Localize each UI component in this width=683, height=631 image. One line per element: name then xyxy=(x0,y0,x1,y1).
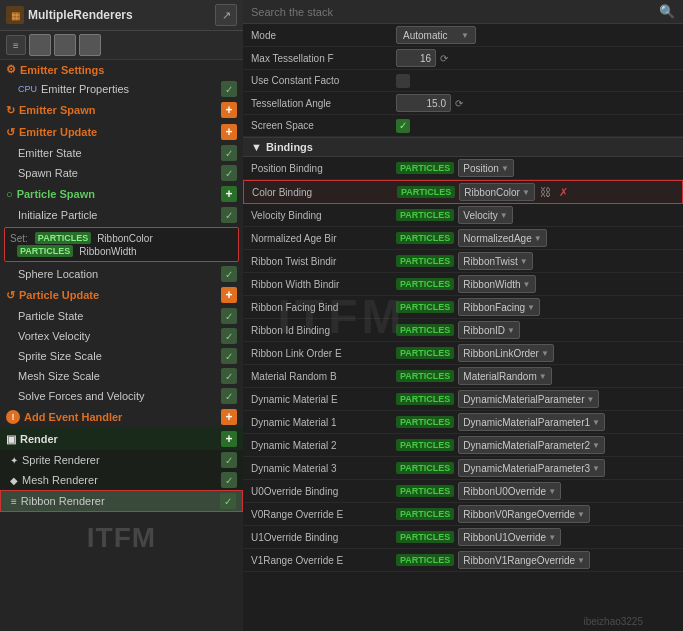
emitter-settings-header[interactable]: ⚙ Emitter Settings xyxy=(0,60,243,79)
set-label: Set: xyxy=(10,233,28,244)
bindings-section-label[interactable]: ▼ Bindings xyxy=(243,137,683,157)
position-binding-value: PARTICLES Position ▼ xyxy=(396,159,675,177)
v1-range-label: V1Range Override E xyxy=(251,555,396,566)
external-link-icon[interactable]: ↗ xyxy=(215,4,237,26)
ribbon-twist-dropdown[interactable]: RibbonTwist ▼ xyxy=(458,252,532,270)
mesh-renderer-item[interactable]: ◆ Mesh Renderer ✓ xyxy=(0,470,243,490)
u1-override-dropdown[interactable]: RibbonU1Override ▼ xyxy=(458,528,561,546)
u0-override-value: PARTICLES RibbonU0Override ▼ xyxy=(396,482,675,500)
emitter-update-add-btn[interactable]: + xyxy=(221,124,237,140)
particle-spawn-icon: ○ xyxy=(6,188,13,200)
screen-space-checkbox[interactable]: ✓ xyxy=(396,119,410,133)
ribbon-renderer-check[interactable]: ✓ xyxy=(220,493,236,509)
u1-override-label: U1Override Binding xyxy=(251,532,396,543)
render-add-btn[interactable]: + xyxy=(221,431,237,447)
filter-icon-2[interactable] xyxy=(54,34,76,56)
v0-range-value: PARTICLES RibbonV0RangeOverride ▼ xyxy=(396,505,675,523)
emitter-state-check[interactable]: ✓ xyxy=(221,145,237,161)
max-tess-input[interactable] xyxy=(396,49,436,67)
dynamic-mat-3-dropdown[interactable]: DynamicMaterialParameter3 ▼ xyxy=(458,459,605,477)
vortex-velocity-check[interactable]: ✓ xyxy=(221,328,237,344)
u0-override-dropdown[interactable]: RibbonU0Override ▼ xyxy=(458,482,561,500)
emitter-properties-check[interactable]: ✓ xyxy=(221,81,237,97)
tess-angle-spin-icon[interactable]: ⟳ xyxy=(455,98,463,109)
link-icon[interactable]: ⛓ xyxy=(539,185,553,199)
spawn-rate-item[interactable]: Spawn Rate ✓ xyxy=(0,163,243,183)
emitter-state-item[interactable]: Emitter State ✓ xyxy=(0,143,243,163)
position-particles-badge: PARTICLES xyxy=(396,162,454,174)
dynamic-mat-2-dropdown-text: DynamicMaterialParameter2 xyxy=(463,440,590,451)
toolbar: ↗ xyxy=(215,4,237,26)
color-dropdown[interactable]: RibbonColor ▼ xyxy=(459,183,535,201)
position-arrow-icon: ▼ xyxy=(501,164,509,173)
mesh-size-scale-check[interactable]: ✓ xyxy=(221,368,237,384)
ribbon-link-dropdown[interactable]: RibbonLinkOrder ▼ xyxy=(458,344,554,362)
use-constant-checkbox[interactable] xyxy=(396,74,410,88)
sprite-size-scale-check[interactable]: ✓ xyxy=(221,348,237,364)
ribbon-link-dropdown-text: RibbonLinkOrder xyxy=(463,348,539,359)
render-header[interactable]: ▣ Render + xyxy=(0,428,243,450)
ribbon-renderer-item[interactable]: ≡ Ribbon Renderer ✓ xyxy=(0,490,243,512)
particle-spawn-add-btn[interactable]: + xyxy=(221,186,237,202)
emitter-spawn-header[interactable]: ↻ Emitter Spawn + xyxy=(0,99,243,121)
solve-forces-check[interactable]: ✓ xyxy=(221,388,237,404)
velocity-dropdown[interactable]: Velocity ▼ xyxy=(458,206,512,224)
vortex-velocity-label: Vortex Velocity xyxy=(18,330,90,342)
ribbon-width-dropdown[interactable]: RibbonWidth ▼ xyxy=(458,275,535,293)
particle-state-check[interactable]: ✓ xyxy=(221,308,237,324)
sprite-renderer-item[interactable]: ✦ Sprite Renderer ✓ xyxy=(0,450,243,470)
mode-dropdown[interactable]: Automatic ▼ xyxy=(396,26,476,44)
initialize-particle-check[interactable]: ✓ xyxy=(221,207,237,223)
mesh-size-scale-item[interactable]: Mesh Size Scale ✓ xyxy=(0,366,243,386)
ribbon-id-dropdown[interactable]: RibbonID ▼ xyxy=(458,321,520,339)
material-random-dropdown[interactable]: MaterialRandom ▼ xyxy=(458,367,551,385)
particle-update-header[interactable]: ↺ Particle Update + xyxy=(0,284,243,306)
filter-btn-1[interactable]: ≡ xyxy=(6,35,26,55)
tess-angle-input[interactable] xyxy=(396,94,451,112)
particle-state-item[interactable]: Particle State ✓ xyxy=(0,306,243,326)
add-event-handler-btn[interactable]: + xyxy=(221,409,237,425)
v1-range-arrow-icon: ▼ xyxy=(577,556,585,565)
u0-override-arrow-icon: ▼ xyxy=(548,487,556,496)
normalized-age-value: PARTICLES NormalizedAge ▼ xyxy=(396,229,675,247)
ribbon-id-value: PARTICLES RibbonID ▼ xyxy=(396,321,675,339)
emitter-properties-item[interactable]: CPU Emitter Properties ✓ xyxy=(0,79,243,99)
dynamic-mat-2-dropdown[interactable]: DynamicMaterialParameter2 ▼ xyxy=(458,436,605,454)
material-random-badge: PARTICLES xyxy=(396,370,454,382)
unlink-icon[interactable]: ✗ xyxy=(557,185,571,199)
sprite-size-scale-item[interactable]: Sprite Size Scale ✓ xyxy=(0,346,243,366)
emitter-spawn-add-btn[interactable]: + xyxy=(221,102,237,118)
dynamic-mat-0-row: Dynamic Material E PARTICLES DynamicMate… xyxy=(243,388,683,411)
normalized-age-dropdown[interactable]: NormalizedAge ▼ xyxy=(458,229,546,247)
velocity-dropdown-text: Velocity xyxy=(463,210,497,221)
particle-spawn-header[interactable]: ○ Particle Spawn + xyxy=(0,183,243,205)
particle-update-add-btn[interactable]: + xyxy=(221,287,237,303)
position-dropdown[interactable]: Position ▼ xyxy=(458,159,514,177)
spawn-rate-check[interactable]: ✓ xyxy=(221,165,237,181)
particle-update-icon: ↺ xyxy=(6,289,15,302)
v0-range-dropdown[interactable]: RibbonV0RangeOverride ▼ xyxy=(458,505,590,523)
dynamic-mat-2-badge: PARTICLES xyxy=(396,439,454,451)
vortex-velocity-item[interactable]: Vortex Velocity ✓ xyxy=(0,326,243,346)
filter-icon-1[interactable] xyxy=(29,34,51,56)
emitter-update-header[interactable]: ↺ Emitter Update + xyxy=(0,121,243,143)
sphere-location-item[interactable]: Sphere Location ✓ xyxy=(0,264,243,284)
initialize-particle-item[interactable]: Initialize Particle ✓ xyxy=(0,205,243,225)
ribbon-facing-dropdown[interactable]: RibbonFacing ▼ xyxy=(458,298,540,316)
v1-range-dropdown[interactable]: RibbonV1RangeOverride ▼ xyxy=(458,551,590,569)
dynamic-mat-1-dropdown[interactable]: DynamicMaterialParameter1 ▼ xyxy=(458,413,605,431)
left-panel: ▦ MultipleRenderers ↗ ≡ ⚙ Emitter Settin… xyxy=(0,0,243,631)
add-event-handler-header[interactable]: ! Add Event Handler + xyxy=(0,406,243,428)
u0-override-badge: PARTICLES xyxy=(396,485,454,497)
sprite-renderer-check[interactable]: ✓ xyxy=(221,452,237,468)
search-input[interactable] xyxy=(251,6,653,18)
filter-icon-3[interactable] xyxy=(79,34,101,56)
sphere-location-check[interactable]: ✓ xyxy=(221,266,237,282)
solve-forces-item[interactable]: Solve Forces and Velocity ✓ xyxy=(0,386,243,406)
mesh-renderer-check[interactable]: ✓ xyxy=(221,472,237,488)
material-random-dropdown-text: MaterialRandom xyxy=(463,371,536,382)
u0-override-dropdown-text: RibbonU0Override xyxy=(463,486,546,497)
ribbon-id-label: Ribbon Id Binding xyxy=(251,325,396,336)
dynamic-mat-0-dropdown[interactable]: DynamicMaterialParameter ▼ xyxy=(458,390,599,408)
max-tess-spin-icon[interactable]: ⟳ xyxy=(440,53,448,64)
